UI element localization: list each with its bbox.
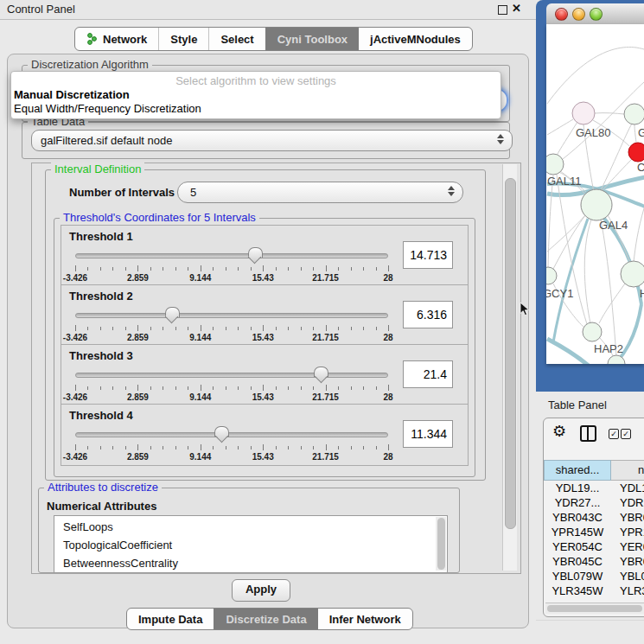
algorithm-popup-hint: Select algorithm to view settings	[11, 72, 501, 87]
network-edge	[634, 208, 644, 262]
network-node[interactable]	[621, 261, 644, 287]
combo-stepper-icon	[448, 186, 455, 196]
control-panel-title: Control Panel	[7, 3, 75, 16]
threshold-3-slider[interactable]: -3.4262.8599.14415.4321.71528	[75, 366, 388, 404]
divider	[536, 620, 644, 621]
table-row[interactable]: YIL052CYIL0	[544, 598, 644, 602]
table-row[interactable]: YER054CYER0	[544, 539, 644, 554]
threshold-2-panel: Threshold 2 -3.4262.8599.14415.4321.7152…	[61, 284, 469, 347]
number-of-intervals-label: Number of Intervals	[69, 186, 175, 199]
network-node[interactable]	[546, 267, 557, 284]
tab-style[interactable]: Style	[158, 28, 208, 50]
network-node[interactable]	[624, 104, 644, 124]
slider-track	[75, 373, 388, 378]
checkbox-icon[interactable]: ✓	[609, 429, 619, 439]
threshold-4-value-field[interactable]: 11.344	[403, 420, 453, 448]
table-row[interactable]: YDL19...YDL1	[544, 481, 644, 495]
network-canvas[interactable]: GAL80GCGAL11GAL4GCY1HHAP2	[546, 24, 644, 364]
numerical-attributes-label: Numerical Attributes	[47, 500, 156, 513]
table-horizontal-scrollbar[interactable]	[545, 603, 644, 614]
table-row[interactable]: YLR345WYLR3	[544, 583, 644, 598]
tab-impute-data[interactable]: Impute Data	[127, 609, 214, 629]
network-node-label: C	[637, 161, 644, 174]
numerical-attributes-list[interactable]: SelfLoops TopologicalCoefficient Between…	[54, 515, 448, 573]
threshold-1-value-field[interactable]: 14.713	[403, 241, 453, 269]
threshold-1-slider[interactable]: -3.4262.8599.14415.4321.71528	[75, 246, 388, 284]
control-panel-titlebar: Control Panel ✕	[0, 0, 536, 20]
table-row[interactable]: YDR27...YDR2	[544, 495, 644, 510]
table-rows: YDL19...YDL1 YDR27...YDR2 YBR043CYBR0 YP…	[544, 481, 644, 602]
bottom-tab-bar: Impute Data Discretize Data Infer Networ…	[126, 608, 413, 630]
close-traffic-light-icon[interactable]	[555, 8, 568, 21]
column-header-shared-name[interactable]: shared...	[544, 460, 611, 481]
network-node-label: GAL80	[576, 126, 610, 139]
close-icon[interactable]: ✕	[512, 2, 521, 15]
threshold-4-panel: Threshold 4 -3.4262.8599.14415.4321.7152…	[61, 404, 469, 466]
slider-tick-labels: -3.4262.8599.14415.4321.71528	[75, 392, 388, 403]
mouse-cursor	[519, 302, 531, 317]
network-node[interactable]	[581, 189, 612, 220]
split-columns-icon[interactable]	[580, 425, 596, 442]
table-data-value: galFiltered.sif default node	[41, 134, 172, 147]
tab-network-label: Network	[103, 33, 147, 46]
network-edge	[547, 119, 573, 135]
threshold-2-slider[interactable]: -3.4262.8599.14415.4321.71528	[75, 306, 388, 344]
tab-select[interactable]: Select	[208, 28, 265, 50]
list-item[interactable]: TopologicalCoefficient	[54, 536, 447, 554]
network-node[interactable]	[583, 322, 602, 341]
network-edge	[595, 113, 624, 114]
slider-tick-labels: -3.4262.8599.14415.4321.71528	[75, 452, 388, 462]
tab-infer-network[interactable]: Infer Network	[318, 609, 412, 629]
threshold-2-value-field[interactable]: 6.316	[403, 301, 453, 328]
slider-thumb[interactable]	[165, 307, 180, 317]
slider-ticks	[75, 325, 388, 332]
slider-thumb[interactable]	[314, 367, 328, 377]
checkbox-icon[interactable]: ✓	[621, 429, 631, 439]
algorithm-dropdown-popup: Select algorithm to view settings Manual…	[10, 71, 501, 119]
threshold-4-slider[interactable]: -3.4262.8599.14415.4321.71528	[75, 425, 388, 463]
attributes-group-title: Attributes to discretize	[44, 481, 162, 494]
zoom-traffic-light-icon[interactable]	[590, 8, 603, 21]
threshold-3-value-field[interactable]: 21.4	[403, 360, 453, 388]
tab-jactivemnodules[interactable]: jActiveMNodules	[359, 28, 472, 50]
settings-gear-icon[interactable]: ⚙	[552, 423, 566, 440]
tab-discretize-data[interactable]: Discretize Data	[214, 609, 317, 629]
algorithm-option-equal-width[interactable]: Equal Width/Frequency Discretization	[11, 101, 501, 115]
settings-vertical-scrollbar[interactable]	[502, 164, 517, 571]
slider-track	[75, 313, 388, 318]
list-item[interactable]: BetweennessCentrality	[54, 554, 447, 572]
table-row[interactable]: YBL079WYBL0	[544, 569, 644, 583]
slider-track	[75, 432, 388, 437]
table-panel-title: Table Panel	[548, 399, 607, 411]
table-data-combobox[interactable]: galFiltered.sif default node	[31, 130, 513, 151]
slider-thumb[interactable]	[214, 426, 229, 437]
list-item[interactable]: SelfLoops	[54, 516, 447, 536]
table-row[interactable]: YPR145WYPR1	[544, 525, 644, 539]
network-node-label: G	[638, 126, 644, 139]
number-of-intervals-combobox[interactable]: 5	[177, 182, 463, 203]
tab-network[interactable]: Network	[75, 28, 158, 50]
table-row[interactable]: YBR045CYBR0	[544, 554, 644, 569]
slider-ticks	[75, 385, 388, 392]
list-scrollbar[interactable]	[436, 517, 446, 571]
slider-tick-labels: -3.4262.8599.14415.4321.71528	[75, 333, 388, 343]
network-node[interactable]	[628, 143, 644, 162]
slider-ticks	[75, 444, 388, 451]
network-edge	[601, 220, 616, 356]
table-row[interactable]: YBR043CYBR0	[544, 510, 644, 525]
network-node[interactable]	[572, 102, 595, 124]
algorithm-option-manual[interactable]: Manual Discretization	[11, 87, 501, 101]
apply-button[interactable]: Apply	[232, 579, 290, 602]
slider-track	[75, 253, 388, 258]
slider-thumb[interactable]	[248, 247, 263, 258]
network-edge	[634, 124, 636, 143]
tab-cyni-toolbox[interactable]: Cyni Toolbox	[265, 28, 359, 50]
combo-stepper-icon	[497, 134, 504, 144]
float-window-icon[interactable]	[498, 5, 507, 15]
column-header-name[interactable]: na	[611, 460, 644, 481]
number-of-intervals-value: 5	[190, 186, 196, 199]
minimize-traffic-light-icon[interactable]	[572, 8, 585, 21]
network-node[interactable]	[546, 154, 564, 175]
network-window-titlebar[interactable]	[546, 3, 644, 25]
discretization-algorithm-group-title: Discretization Algorithm	[28, 58, 152, 71]
